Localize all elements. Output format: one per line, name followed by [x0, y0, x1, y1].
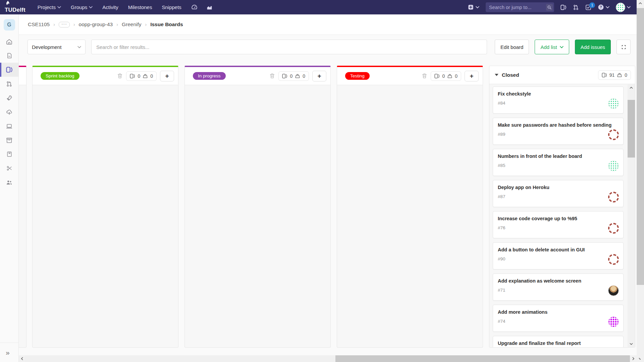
global-search-input[interactable]: Search or jump to...	[486, 2, 554, 12]
issue-card[interactable]: Make sure passwords are hashed before se…	[493, 118, 624, 145]
gitlab-issue-board-screen: TUDelft ProjectsGroupsActivityMilestones…	[0, 0, 644, 362]
breadcrumb-separator: ›	[145, 22, 147, 27]
sidebar-item-operations[interactable]	[0, 105, 18, 119]
scrollbar-thumb[interactable]	[637, 8, 644, 285]
nav-item-activity[interactable]: Activity	[102, 4, 118, 10]
user-menu-button[interactable]	[616, 3, 631, 12]
issue-card[interactable]: Increase code coverage up to %95 #76	[493, 211, 624, 238]
scrollbar-thumb[interactable]	[628, 100, 635, 158]
merge-requests-nav-icon[interactable]	[573, 4, 579, 10]
issue-title: Make sure passwords are hashed before se…	[498, 122, 619, 128]
assignee-avatar[interactable]	[608, 161, 619, 171]
tudelft-logo[interactable]: TUDelft	[5, 1, 25, 13]
scroll-down-arrow[interactable]	[628, 341, 635, 347]
issue-card[interactable]: Add more animations #74	[493, 305, 624, 332]
issue-card[interactable]: Fix checkstyle #84	[493, 86, 624, 114]
dashboard-gauge-icon[interactable]	[191, 4, 198, 10]
issue-card[interactable]: Add explanation as welcome screen #71	[493, 274, 624, 301]
sidebar-item-issue-boards[interactable]	[0, 63, 18, 77]
breadcrumb-link-oopp-group-43[interactable]: oopp-group-43	[79, 21, 113, 27]
analytics-chart-icon[interactable]	[206, 4, 213, 10]
sidebar-collapse-toggle[interactable]: »	[0, 343, 18, 362]
scrollbar-thumb[interactable]	[335, 355, 630, 362]
issue-card[interactable]: Deploy app on Heroku #87	[493, 180, 624, 207]
nav-item-snippets[interactable]: Snippets	[162, 4, 181, 10]
sidebar-item-merge-requests[interactable]	[0, 77, 18, 91]
closed-list-scrollbar[interactable]	[628, 84, 635, 347]
issues-count-icon	[282, 73, 287, 79]
issue-card[interactable]: Numbers in front of the leader board #85	[493, 149, 624, 176]
sidebar-item-ci-cd[interactable]	[0, 91, 18, 105]
new-menu-button[interactable]	[468, 4, 479, 10]
scroll-up-arrow[interactable]	[637, 0, 644, 7]
board-filter-placeholder: Search or filter results...	[96, 44, 149, 50]
issue-title: Add more animations	[498, 309, 619, 315]
sidebar-item-packages[interactable]	[0, 133, 18, 147]
breadcrumb-ellipsis-button[interactable]: ···	[59, 22, 70, 27]
delete-list-button[interactable]	[422, 73, 427, 79]
breadcrumb: CSE1105›···›oopp-group-43›Greenify›Issue…	[19, 14, 637, 35]
delete-list-button[interactable]	[117, 73, 123, 79]
add-issues-button[interactable]: Add issues	[575, 40, 611, 54]
label-pill: Testing	[345, 72, 370, 80]
navbar-right: Search or jump to... 1 ?	[468, 2, 631, 12]
scroll-right-arrow[interactable]	[630, 355, 637, 362]
project-avatar[interactable]: G	[4, 19, 15, 31]
new-issue-in-list-button[interactable]: +	[160, 71, 174, 81]
chevron-down-icon	[476, 6, 479, 8]
chevron-down-icon	[57, 6, 61, 8]
new-issue-in-list-button[interactable]: +	[465, 71, 479, 81]
board-filter-input[interactable]: Search or filter results...	[91, 40, 487, 54]
assignee-avatar[interactable]	[608, 192, 619, 202]
assignee-avatar[interactable]	[608, 223, 619, 234]
chevron-down-icon	[627, 6, 631, 8]
assignee-avatar[interactable]	[608, 98, 619, 109]
weight-icon	[617, 72, 622, 78]
issue-id: #90	[498, 256, 619, 261]
scroll-up-arrow[interactable]	[628, 84, 635, 91]
add-list-button[interactable]: Add list	[535, 40, 569, 54]
new-issue-in-list-button[interactable]: +	[312, 71, 326, 81]
search-icon	[546, 4, 553, 11]
vertical-scrollbar[interactable]	[637, 0, 644, 362]
edit-board-button[interactable]: Edit board	[495, 40, 529, 54]
chevron-down-icon	[89, 6, 93, 8]
assignee-avatar[interactable]	[608, 129, 619, 140]
environments-icon	[6, 123, 12, 129]
horizontal-scrollbar[interactable]	[19, 355, 637, 362]
nav-item-milestones[interactable]: Milestones	[128, 4, 152, 10]
breadcrumb-link-cse1105[interactable]: CSE1105	[28, 21, 50, 27]
issue-card[interactable]: Upgrade and finalize the final report	[493, 336, 624, 347]
issues-nav-icon[interactable]	[560, 4, 567, 10]
assignee-avatar[interactable]	[608, 316, 619, 327]
scroll-left-arrow[interactable]	[19, 355, 25, 362]
sidebar-item-repository[interactable]	[0, 49, 18, 63]
nav-item-groups[interactable]: Groups	[71, 4, 93, 10]
issue-count: 0	[290, 73, 292, 79]
chevron-down-icon	[560, 46, 564, 48]
issue-title: Add a button to delete account in GUI	[498, 247, 619, 252]
list-counts: 0 0	[126, 71, 157, 81]
sidebar-item-members[interactable]	[0, 175, 18, 189]
collapse-caret-icon[interactable]	[495, 74, 498, 76]
assignee-avatar[interactable]	[608, 285, 619, 296]
breadcrumb-link-greenify[interactable]: Greenify	[122, 21, 142, 27]
issues-count-icon	[434, 73, 440, 79]
scroll-down-arrow[interactable]	[637, 355, 644, 362]
help-menu-button[interactable]: ?	[598, 4, 609, 10]
top-navbar: TUDelft ProjectsGroupsActivityMilestones…	[0, 0, 637, 14]
nav-item-projects[interactable]: Projects	[38, 4, 61, 10]
delete-list-button[interactable]	[269, 73, 275, 79]
assignee-avatar[interactable]	[608, 254, 619, 265]
issue-card[interactable]: Add a button to delete account in GUI #9…	[493, 242, 624, 269]
project-sidebar: G »	[0, 14, 19, 362]
list-counts: 0 0	[431, 71, 461, 81]
fullscreen-button[interactable]	[616, 40, 631, 54]
sidebar-item-home[interactable]	[0, 35, 18, 49]
todos-button[interactable]: 1	[585, 4, 591, 10]
sidebar-item-wiki[interactable]	[0, 147, 18, 161]
weight-icon	[295, 73, 300, 79]
board-select[interactable]: Development	[28, 40, 86, 54]
sidebar-item-snippets[interactable]	[0, 161, 18, 175]
sidebar-item-environments[interactable]	[0, 119, 18, 133]
